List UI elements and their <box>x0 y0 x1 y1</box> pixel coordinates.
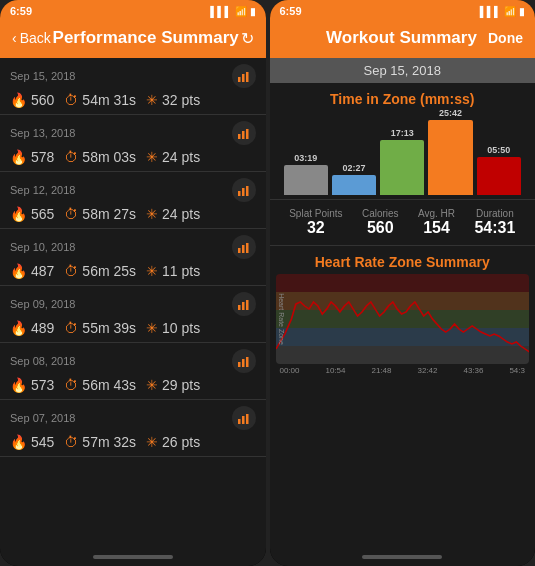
clock-icon: ⏱ <box>64 92 78 108</box>
stat-col: Calories 560 <box>362 208 399 237</box>
svg-rect-6 <box>238 191 241 196</box>
status-bar-right: 6:59 ▌▌▌ 📶 ▮ <box>270 0 536 20</box>
workout-stats: 🔥 545 ⏱ 57m 32s ✳ 26 pts <box>10 434 256 450</box>
battery-icon-right: ▮ <box>519 6 525 17</box>
battery-icon: ▮ <box>250 6 256 17</box>
workout-entry[interactable]: Sep 13, 2018 🔥 578 ⏱ 58m 03s ✳ 24 pts <box>0 115 266 172</box>
bar-col: 03:19 <box>284 153 328 195</box>
stats-row: Splat Points 32 Calories 560 Avg. HR 154… <box>270 199 536 246</box>
calories-stat: 🔥 573 <box>10 377 54 393</box>
time-left: 6:59 <box>10 5 32 17</box>
header-left: ‹ Back Performance Summary ↻ <box>0 20 266 58</box>
back-button[interactable]: ‹ Back <box>12 30 51 46</box>
workout-entry[interactable]: Sep 08, 2018 🔥 573 ⏱ 56m 43s ✳ 29 pts <box>0 343 266 400</box>
bar-top-label: 05:50 <box>487 145 510 155</box>
pts-value: 11 pts <box>162 263 200 279</box>
wifi-icon: 📶 <box>235 6 247 17</box>
bar <box>284 165 328 195</box>
calories-value: 560 <box>31 92 54 108</box>
pts-value: 24 pts <box>162 149 200 165</box>
status-icons-right: ▌▌▌ 📶 ▮ <box>480 6 525 17</box>
splat-icon: ✳ <box>146 149 158 165</box>
workout-date-detail: Sep 15, 2018 <box>270 58 536 83</box>
duration-value: 55m 39s <box>82 320 136 336</box>
chart-icon[interactable] <box>232 64 256 88</box>
svg-rect-20 <box>246 414 249 424</box>
workout-stats: 🔥 573 ⏱ 56m 43s ✳ 29 pts <box>10 377 256 393</box>
stat-label: Avg. HR <box>418 208 455 219</box>
right-phone: 6:59 ▌▌▌ 📶 ▮ Done Workout Summary Done S… <box>270 0 536 566</box>
fire-icon: 🔥 <box>10 149 27 165</box>
time-right: 6:59 <box>280 5 302 17</box>
duration-stat: ⏱ 55m 39s <box>64 320 136 336</box>
svg-rect-4 <box>242 131 245 139</box>
heart-rate-title: Heart Rate Zone Summary <box>270 246 536 274</box>
hr-xaxis-label: 54:3 <box>509 366 525 375</box>
chart-icon[interactable] <box>232 235 256 259</box>
workout-stats: 🔥 578 ⏱ 58m 03s ✳ 24 pts <box>10 149 256 165</box>
stat-value: 560 <box>362 219 399 237</box>
splat-icon: ✳ <box>146 206 158 222</box>
workout-list: Sep 15, 2018 🔥 560 ⏱ 54m 31s ✳ 32 pts <box>0 58 266 548</box>
status-icons-left: ▌▌▌ 📶 ▮ <box>210 6 255 17</box>
duration-stat: ⏱ 57m 32s <box>64 434 136 450</box>
pts-stat: ✳ 10 pts <box>146 320 200 336</box>
calories-value: 489 <box>31 320 54 336</box>
workout-date-row: Sep 08, 2018 <box>10 349 256 373</box>
hr-xaxis-label: 32:42 <box>417 366 437 375</box>
splat-icon: ✳ <box>146 320 158 336</box>
refresh-icon[interactable]: ↻ <box>241 29 254 48</box>
workout-stats: 🔥 489 ⏱ 55m 39s ✳ 10 pts <box>10 320 256 336</box>
workout-date: Sep 10, 2018 <box>10 241 75 253</box>
pts-stat: ✳ 29 pts <box>146 377 200 393</box>
workout-entry[interactable]: Sep 10, 2018 🔥 487 ⏱ 56m 25s ✳ 11 pts <box>0 229 266 286</box>
hr-line-svg <box>276 274 530 364</box>
workout-stats: 🔥 487 ⏱ 56m 25s ✳ 11 pts <box>10 263 256 279</box>
chart-icon[interactable] <box>232 406 256 430</box>
workout-date: Sep 12, 2018 <box>10 184 75 196</box>
page-title-right: Workout Summary <box>315 28 488 48</box>
svg-rect-7 <box>242 188 245 196</box>
fire-icon: 🔥 <box>10 320 27 336</box>
left-phone: 6:59 ▌▌▌ 📶 ▮ ‹ Back Performance Summary … <box>0 0 266 566</box>
bar-chart-area: 03:19 02:27 17:13 25:42 05:50 <box>270 111 536 199</box>
workout-date-row: Sep 09, 2018 <box>10 292 256 316</box>
stat-label: Splat Points <box>289 208 342 219</box>
pts-stat: ✳ 11 pts <box>146 263 200 279</box>
svg-rect-5 <box>246 129 249 139</box>
workout-date: Sep 13, 2018 <box>10 127 75 139</box>
bar-top-label: 17:13 <box>391 128 414 138</box>
done-button[interactable]: Done <box>488 30 523 46</box>
chart-icon[interactable] <box>232 178 256 202</box>
duration-stat: ⏱ 58m 27s <box>64 206 136 222</box>
pts-value: 29 pts <box>162 377 200 393</box>
svg-rect-11 <box>246 243 249 253</box>
clock-icon: ⏱ <box>64 320 78 336</box>
duration-value: 58m 03s <box>82 149 136 165</box>
chart-icon[interactable] <box>232 349 256 373</box>
stat-col: Duration 54:31 <box>474 208 515 237</box>
hr-xaxis-label: 21:48 <box>371 366 391 375</box>
clock-icon: ⏱ <box>64 434 78 450</box>
chart-icon[interactable] <box>232 292 256 316</box>
svg-rect-2 <box>246 72 249 82</box>
fire-icon: 🔥 <box>10 263 27 279</box>
chart-icon[interactable] <box>232 121 256 145</box>
pts-value: 24 pts <box>162 206 200 222</box>
pts-stat: ✳ 24 pts <box>146 149 200 165</box>
hr-y-label: Heart Rate Zone <box>278 293 285 345</box>
workout-date: Sep 08, 2018 <box>10 355 75 367</box>
workout-entry[interactable]: Sep 09, 2018 🔥 489 ⏱ 55m 39s ✳ 10 pts <box>0 286 266 343</box>
calories-stat: 🔥 565 <box>10 206 54 222</box>
bar-col: 17:13 <box>380 128 424 195</box>
clock-icon: ⏱ <box>64 149 78 165</box>
hr-xaxis: 00:0010:5421:4832:4243:3654:3 <box>276 364 530 375</box>
workout-entry[interactable]: Sep 12, 2018 🔥 565 ⏱ 58m 27s ✳ 24 pts <box>0 172 266 229</box>
svg-rect-10 <box>242 245 245 253</box>
svg-rect-8 <box>246 186 249 196</box>
workout-entry[interactable]: Sep 15, 2018 🔥 560 ⏱ 54m 31s ✳ 32 pts <box>0 58 266 115</box>
workout-entry[interactable]: Sep 07, 2018 🔥 545 ⏱ 57m 32s ✳ 26 pts <box>0 400 266 457</box>
stat-value: 32 <box>289 219 342 237</box>
calories-value: 487 <box>31 263 54 279</box>
splat-icon: ✳ <box>146 377 158 393</box>
